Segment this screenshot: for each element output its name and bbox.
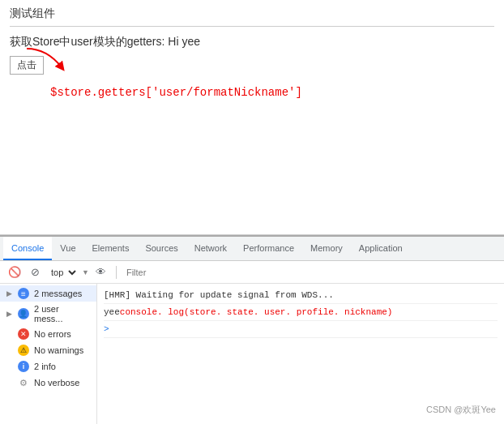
tab-memory[interactable]: Memory (302, 237, 351, 260)
context-select[interactable]: top (46, 267, 79, 278)
verbose-label: No verbose (34, 378, 79, 388)
eye-button[interactable]: 👁 (92, 264, 109, 280)
code-annotation: $store.getters['user/formatNickname'] (50, 86, 494, 99)
info-label: 2 info (34, 362, 56, 371)
filter-input[interactable] (123, 268, 499, 277)
errors-label: No errors (34, 329, 71, 339)
sidebar-item-verbose[interactable]: ▶ ⚙ No verbose (0, 375, 96, 391)
log-colored-2: console. log(store. state. user. profile… (120, 305, 393, 319)
messages-label: 2 messages (34, 289, 82, 298)
info-icon: i (18, 361, 29, 372)
sidebar-item-errors[interactable]: ▶ ✕ No errors (0, 326, 96, 342)
log-text-1: [HMR] Waiting for update signal from WDS… (104, 288, 334, 302)
tab-performance[interactable]: Performance (235, 237, 302, 260)
getter-text: 获取Store中user模块的getters: Hi yee (10, 35, 494, 49)
sidebar-item-messages[interactable]: ▶ ≡ 2 messages (0, 285, 96, 302)
red-arrow-icon (23, 45, 71, 77)
messages-icon: ≡ (18, 288, 29, 299)
arrow-icon: ▶ (6, 289, 13, 298)
filter-button[interactable]: ⊘ (28, 264, 43, 280)
sidebar-item-user-messages[interactable]: ▶ 👤 2 user mess... (0, 302, 96, 326)
clear-button[interactable]: 🚫 (5, 264, 24, 280)
devtools-sidebar: ▶ ≡ 2 messages ▶ 👤 2 user mess... ▶ ✕ No… (0, 284, 97, 424)
tab-vue[interactable]: Vue (52, 237, 83, 260)
sidebar-item-warnings[interactable]: ▶ ⚠ No warnings (0, 342, 96, 358)
error-icon: ✕ (18, 328, 29, 340)
tab-sources[interactable]: Sources (137, 237, 186, 260)
arrow-icon-2: ▶ (6, 310, 13, 318)
tab-console[interactable]: Console (3, 237, 52, 260)
verbose-icon: ⚙ (18, 377, 29, 388)
tab-application[interactable]: Application (351, 237, 411, 260)
sidebar-item-info[interactable]: ▶ i 2 info (0, 358, 96, 375)
warning-icon: ⚠ (18, 345, 29, 356)
toolbar-divider (116, 266, 117, 279)
tab-elements[interactable]: Elements (84, 237, 138, 260)
devtools-toolbar: 🚫 ⊘ top ▼ 👁 (0, 261, 504, 284)
log-line-1: [HMR] Waiting for update signal from WDS… (104, 287, 498, 304)
log-prompt: > (104, 322, 109, 336)
page-title: 测试组件 (10, 6, 494, 27)
log-prefix-2: yee (104, 305, 120, 319)
user-messages-label: 2 user mess... (34, 304, 90, 323)
user-icon: 👤 (18, 308, 29, 319)
log-line-3: > (104, 321, 498, 338)
csdn-watermark: CSDN @欢斑Yee (426, 404, 496, 416)
warnings-label: No warnings (34, 345, 83, 355)
log-line-2: yee console. log(store. state. user. pro… (104, 304, 498, 321)
tab-network[interactable]: Network (186, 237, 235, 260)
devtools-tabs: Console Vue Elements Sources Network Per… (0, 237, 504, 261)
devtools-panel: Console Vue Elements Sources Network Per… (0, 235, 504, 424)
